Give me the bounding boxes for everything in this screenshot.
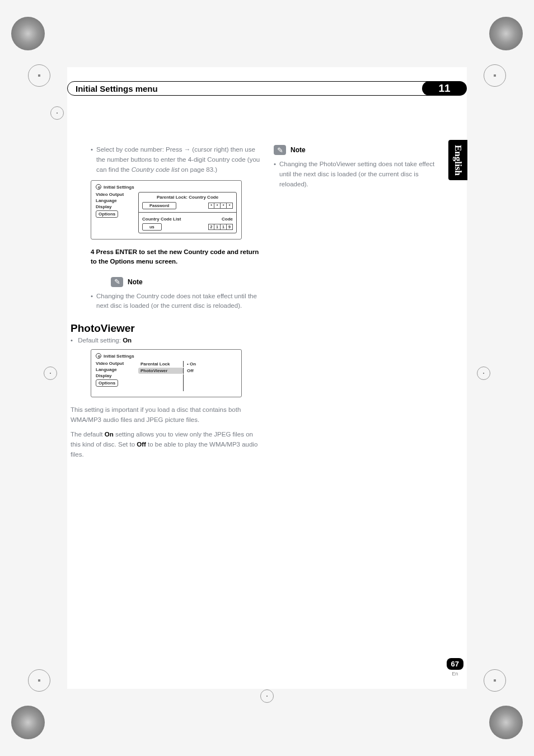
settings-panel-country-code: Initial Settings Video Output Language D…	[91, 180, 242, 240]
chapter-number: 11	[422, 81, 467, 96]
nav-item: Language	[96, 198, 135, 203]
bullet-icon: •	[91, 145, 93, 175]
right-column: ✎ Note • Changing the PhotoViewer settin…	[274, 145, 463, 459]
crop-mark	[484, 669, 506, 692]
nav-item: Display	[96, 204, 135, 209]
heading-photoviewer: PhotoViewer	[71, 322, 260, 335]
country-code-list-link: Country code list	[132, 166, 180, 173]
country-code-value: us	[142, 223, 162, 231]
nav-item: Video Output	[96, 361, 135, 366]
text: Changing the Country code does not take …	[96, 292, 260, 312]
panel-subtitle: Parental Lock: Country Code	[142, 195, 233, 200]
crop-mark	[260, 689, 274, 703]
text: On	[190, 361, 196, 367]
crop-mark	[484, 64, 506, 87]
text-bold: On	[105, 431, 114, 438]
default-setting: • Default setting: On	[71, 337, 260, 344]
note-block: ✎ Note	[274, 145, 443, 155]
digit: 2	[208, 224, 214, 230]
digit: 1	[221, 224, 227, 230]
nav-item: Display	[96, 373, 135, 378]
note-label: Note	[291, 146, 306, 154]
default-value: On	[123, 337, 132, 344]
content: • Select by code number: Press → (cursor…	[67, 145, 467, 459]
note-text: • Changing the Country code does not tak…	[91, 292, 260, 312]
bullet-icon: •	[91, 292, 93, 312]
digit: *	[208, 203, 214, 209]
text-bold: Off	[137, 441, 146, 448]
crop-mark	[28, 64, 50, 87]
option-row: Parental Lock • On	[138, 361, 237, 367]
nav-item: Language	[96, 367, 135, 372]
digit: 9	[227, 224, 233, 230]
option-value: • On	[183, 361, 237, 367]
option-label: Parental Lock	[138, 361, 183, 367]
pencil-icon: ✎	[111, 277, 123, 287]
text: The default	[71, 431, 105, 438]
option-row: PhotoViewer Off	[138, 368, 237, 374]
settings-panel-photoviewer: Initial Settings Video Output Language D…	[91, 349, 242, 397]
panel-header: Initial Settings	[96, 184, 237, 190]
digit: 1	[214, 224, 221, 230]
nav-item-selected: Options	[96, 379, 118, 387]
text: on page 83.)	[179, 166, 217, 173]
digit: *	[227, 203, 233, 209]
note-block: ✎ Note	[111, 277, 260, 287]
crop-mark	[44, 367, 57, 380]
page-footer: 67 En	[447, 658, 463, 677]
select-code-bullet: • Select by code number: Press → (cursor…	[91, 145, 260, 175]
section-header: Initial Settings menu 11	[67, 81, 467, 96]
page: Initial Settings menu 11 English • Selec…	[67, 67, 467, 689]
code-label: Code	[222, 217, 233, 222]
paragraph: The default On setting allows you to vie…	[71, 430, 260, 459]
panel-header: Initial Settings	[96, 353, 237, 359]
digit: *	[214, 203, 221, 209]
bullet-icon: •	[274, 159, 276, 189]
password-label: Password	[142, 202, 176, 209]
page-number: 67	[447, 658, 463, 670]
panel-content: Parental Lock: Country Code Password * *…	[138, 192, 237, 233]
country-code-list-label: Country Code List	[142, 217, 181, 222]
panel-nav: Video Output Language Display Options	[96, 192, 135, 233]
registration-graphic-tr	[489, 17, 523, 50]
select-code-text: Select by code number: Press → (cursor r…	[96, 145, 260, 175]
note-label: Note	[128, 278, 143, 286]
step-4-heading: 4 Press ENTER to set the new Country cod…	[91, 247, 260, 265]
crop-mark	[477, 367, 490, 380]
panel-content: Parental Lock • On PhotoViewer Off	[138, 361, 237, 391]
panel-title: Initial Settings	[104, 354, 134, 359]
left-column: • Select by code number: Press → (cursor…	[71, 145, 260, 459]
page-language: En	[447, 671, 463, 677]
default-label: Default setting:	[78, 337, 123, 344]
language-tab: English	[448, 140, 467, 180]
registration-graphic-bl	[11, 706, 45, 739]
disc-icon	[96, 184, 101, 190]
option-value: Off	[183, 368, 237, 374]
option-label-selected: PhotoViewer	[138, 368, 183, 374]
panel-nav: Video Output Language Display Options	[96, 361, 135, 391]
paragraph: This setting is important if you load a …	[71, 405, 260, 425]
bullet-icon: •	[71, 337, 73, 344]
crop-mark	[28, 669, 50, 692]
nav-item: Video Output	[96, 192, 135, 197]
password-digits: * * * *	[208, 203, 233, 209]
section-title: Initial Settings menu	[67, 81, 437, 96]
text: Changing the PhotoViewer setting does no…	[279, 159, 443, 189]
disc-icon	[96, 353, 101, 359]
note-text: • Changing the PhotoViewer setting does …	[274, 159, 443, 189]
code-digits: 2 1 1 9	[208, 224, 233, 230]
panel-title: Initial Settings	[104, 185, 134, 190]
pencil-icon: ✎	[274, 145, 286, 155]
registration-graphic-br	[489, 706, 523, 739]
nav-item-selected: Options	[96, 210, 118, 218]
registration-graphic-tl	[11, 17, 45, 50]
crop-mark	[50, 106, 64, 120]
digit: *	[221, 203, 227, 209]
